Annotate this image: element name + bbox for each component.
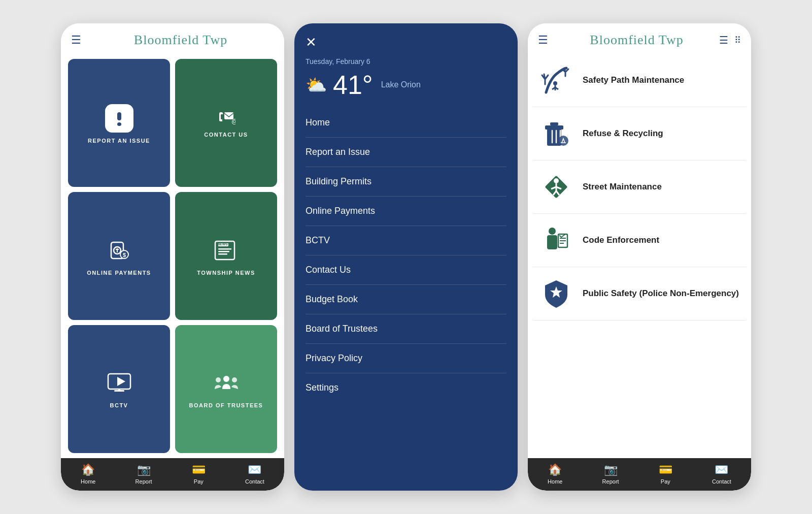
pay-nav-icon: 💳 <box>192 463 206 476</box>
service-code-enforcement[interactable]: Code Enforcement <box>533 214 746 267</box>
list-view-icon[interactable]: ☰ <box>719 34 728 46</box>
menu-item-home[interactable]: Home <box>306 108 506 138</box>
refuse-icon-wrap <box>538 115 574 152</box>
service-safety-path[interactable]: Safety Path Maintenance <box>533 54 746 107</box>
svg-rect-26 <box>545 125 563 130</box>
street-icon-wrap <box>538 169 574 205</box>
tile-township-news[interactable]: NEWS TOWNSHIP NEWS <box>175 192 277 320</box>
menu-item-budget-book[interactable]: Budget Book <box>306 285 506 314</box>
svg-point-20 <box>232 377 237 382</box>
tv-icon <box>106 372 132 395</box>
svg-text:$: $ <box>123 252 126 258</box>
phone3-header: ☰ Bloomfield Twp ☰ ⠿ <box>528 23 751 54</box>
phone1-header: ☰ Bloomfield Twp <box>61 23 284 54</box>
phone3-title-area: Bloomfield Twp <box>554 33 719 48</box>
cloud-icon: ⛅ <box>306 75 327 95</box>
svg-marker-15 <box>117 377 125 386</box>
service-refuse-recycling[interactable]: Refuse & Recycling <box>533 107 746 160</box>
svg-text:@: @ <box>231 118 235 125</box>
menu-item-building-permits[interactable]: Building Permits <box>306 167 506 197</box>
safety-icon-wrap <box>538 275 574 312</box>
svg-point-21 <box>553 81 557 85</box>
code-icon-wrap <box>538 222 574 259</box>
hamburger-icon-3[interactable]: ☰ <box>538 34 548 47</box>
menu-item-board-of-trustees[interactable]: Board of Trustees <box>306 314 506 344</box>
svg-rect-11 <box>218 248 231 250</box>
menu-item-bctv[interactable]: BCTV <box>306 226 506 255</box>
service-name-street: Street Maintenance <box>583 182 741 192</box>
nav-home-3[interactable]: 🏠 Home <box>548 463 562 485</box>
shield-star-icon <box>540 277 572 310</box>
bottom-nav-1: 🏠 Home 📷 Report 💳 Pay ✉️ Contact <box>61 458 284 491</box>
street-icon <box>540 171 572 203</box>
svg-rect-13 <box>218 253 227 255</box>
nav-home-label-1: Home <box>81 478 95 485</box>
news-icon: NEWS <box>213 238 240 263</box>
tile-online-payments[interactable]: $ ONLINE PAYMENTS <box>68 192 170 320</box>
board-icon-wrap <box>213 372 240 397</box>
nav-contact-3[interactable]: ✉️ Contact <box>712 463 731 485</box>
tile-label-contact: CONTACT US <box>204 132 248 138</box>
view-toggle: ☰ ⠿ <box>719 34 741 46</box>
menu-item-report-issue[interactable]: Report an Issue <box>306 138 506 167</box>
service-public-safety[interactable]: Public Safety (Police Non-Emergency) <box>533 267 746 320</box>
report-nav-icon-3: 📷 <box>604 463 618 476</box>
svg-point-19 <box>216 377 221 382</box>
weather-row: ⛅ 41° Lake Orion <box>306 70 506 100</box>
hamburger-icon[interactable]: ☰ <box>71 34 81 47</box>
safety-path-icon-wrap <box>538 62 574 99</box>
svg-point-18 <box>223 376 229 382</box>
svg-rect-17 <box>118 389 120 391</box>
menu-list: Home Report an Issue Building Permits On… <box>294 108 518 491</box>
payments-icon: $ <box>107 238 131 263</box>
svg-point-31 <box>558 136 568 146</box>
svg-rect-27 <box>550 122 558 125</box>
tile-label-news: TOWNSHIP NEWS <box>197 270 255 276</box>
home-nav-icon-3: 🏠 <box>548 463 562 476</box>
svg-text:NEWS: NEWS <box>217 242 228 246</box>
grid-view-icon[interactable]: ⠿ <box>734 35 741 46</box>
nav-report-label-3: Report <box>602 478 619 485</box>
tile-report-issue[interactable]: REPORT AN ISSUE <box>68 59 170 187</box>
weather-date: Tuesday, February 6 <box>306 57 506 66</box>
menu-item-privacy-policy[interactable]: Privacy Policy <box>306 344 506 373</box>
tile-bctv[interactable]: BCTV <box>68 325 170 453</box>
menu-item-online-payments[interactable]: Online Payments <box>306 197 506 226</box>
nav-home-1[interactable]: 🏠 Home <box>81 463 95 485</box>
temperature: 41° <box>333 70 373 100</box>
contact-nav-icon-3: ✉️ <box>715 463 728 476</box>
nav-pay-label-1: Pay <box>194 478 204 485</box>
nav-report-3[interactable]: 📷 Report <box>602 463 619 485</box>
app-title-1: Bloomfield Twp <box>87 33 274 48</box>
nav-contact-label-3: Contact <box>712 478 731 485</box>
menu-item-contact-us[interactable]: Contact Us <box>306 255 506 285</box>
tile-label-report: REPORT AN ISSUE <box>88 138 150 144</box>
nav-pay-1[interactable]: 💳 Pay <box>192 463 206 485</box>
phone-2: ✕ Tuesday, February 6 ⛅ 41° Lake Orion H… <box>294 23 518 491</box>
news-icon-wrap: NEWS <box>213 238 240 265</box>
service-street-maintenance[interactable]: Street Maintenance <box>533 160 746 214</box>
nav-pay-3[interactable]: 💳 Pay <box>659 463 672 485</box>
close-button[interactable]: ✕ <box>306 35 322 50</box>
tile-label-payments: ONLINE PAYMENTS <box>87 270 151 276</box>
service-name-safety-path: Safety Path Maintenance <box>583 75 741 85</box>
nav-report-1[interactable]: 📷 Report <box>136 463 152 485</box>
board-icon <box>213 372 240 395</box>
svg-point-40 <box>549 228 556 235</box>
nav-pay-label-3: Pay <box>661 478 670 485</box>
services-list: Safety Path Maintenance R <box>528 54 751 458</box>
code-enforcement-icon <box>540 224 572 256</box>
phone-1: ☰ Bloomfield Twp REPORT AN ISSUE @ <box>61 23 284 491</box>
svg-rect-12 <box>218 251 229 252</box>
nav-contact-1[interactable]: ✉️ Contact <box>245 463 264 485</box>
service-name-public-safety: Public Safety (Police Non-Emergency) <box>583 288 741 299</box>
safety-path-icon <box>540 64 572 97</box>
report-nav-icon: 📷 <box>137 463 151 476</box>
pay-nav-icon-3: 💳 <box>659 463 672 476</box>
weather-location: Lake Orion <box>381 80 421 89</box>
refuse-icon <box>540 117 572 150</box>
tile-contact-us[interactable]: @ CONTACT US <box>175 59 277 187</box>
svg-rect-0 <box>117 112 121 120</box>
menu-item-settings[interactable]: Settings <box>306 373 506 402</box>
tile-board-of-trustees[interactable]: BOARD OF TRUSTEES <box>175 325 277 453</box>
